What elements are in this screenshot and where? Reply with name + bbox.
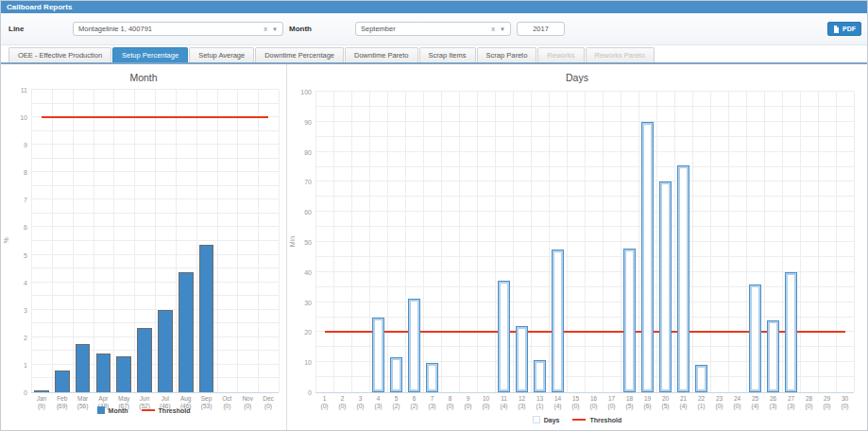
x-tick-count: (4) <box>495 403 513 410</box>
x-tick-label: 11(4) <box>495 395 513 410</box>
callboard-reports-window: Callboard Reports Line Montagelinie 1, 4… <box>0 0 868 431</box>
x-tick-count: (0) <box>728 403 746 410</box>
gridline-vertical <box>94 90 94 392</box>
window-title: Callboard Reports <box>1 1 867 13</box>
y-tick-label: 20 <box>304 329 312 336</box>
bar-4 <box>372 318 385 393</box>
gridline-vertical <box>237 90 238 392</box>
x-tick-label: 23(0) <box>710 395 728 410</box>
x-tick-category: 13 <box>531 395 549 403</box>
x-tick-count: (0) <box>567 403 585 410</box>
y-tick-label: 80 <box>304 148 312 155</box>
x-tick-category: Nov <box>237 395 258 403</box>
x-tick-label: 12(3) <box>513 395 531 410</box>
gridline-vertical <box>710 92 711 392</box>
x-tick-count: (0) <box>351 403 369 410</box>
gridline-vertical <box>746 92 747 392</box>
x-tick-category: 16 <box>585 395 603 403</box>
gridline-vertical <box>621 92 621 392</box>
x-tick-label: 19(6) <box>638 395 656 410</box>
x-tick-category: Jun <box>134 395 155 403</box>
y-tick-label: 5 <box>24 251 27 258</box>
gridline-vertical <box>351 92 352 392</box>
x-tick-label: 14(4) <box>549 395 567 410</box>
clear-icon[interactable]: x <box>264 25 267 33</box>
bar-18 <box>623 249 637 392</box>
chevron-down-icon[interactable]: ▼ <box>500 26 505 32</box>
bar-5 <box>390 357 403 392</box>
tab-downtime-pareto[interactable]: Downtime Pareto <box>345 47 418 62</box>
x-tick-count: (0) <box>710 403 728 410</box>
bar-12 <box>516 326 529 392</box>
tab-scrap-items[interactable]: Scrap Items <box>419 47 476 62</box>
x-tick-category: 19 <box>638 395 656 403</box>
x-tick-label: 3(0) <box>351 395 369 410</box>
gridline-vertical <box>31 90 32 392</box>
x-tick-category: Apr <box>93 395 113 403</box>
x-tick-category: May <box>113 395 134 403</box>
x-tick-count: (0) <box>315 403 333 410</box>
gridline-vertical <box>176 90 177 392</box>
gridline-vertical <box>217 90 218 392</box>
tab-setup-average[interactable]: Setup Average <box>189 47 254 62</box>
gridline-vertical <box>656 92 657 392</box>
x-tick-category: 3 <box>351 395 369 403</box>
y-tick-label: 40 <box>304 268 312 275</box>
pdf-button[interactable]: PDF <box>827 22 861 36</box>
gridline-vertical <box>423 92 424 392</box>
gridline-vertical <box>603 92 604 392</box>
x-tick-count: (3) <box>369 403 387 410</box>
line-select[interactable]: Montagelinie 1, 400791 x ▼ <box>73 22 283 36</box>
gridline-vertical <box>315 92 316 392</box>
gridline-vertical <box>369 92 370 392</box>
gridline-vertical <box>459 92 460 392</box>
y-tick-label: 6 <box>24 224 27 231</box>
year-input[interactable] <box>517 22 565 36</box>
month-select[interactable]: September x ▼ <box>355 22 511 36</box>
days-x-axis: 1(0)2(0)3(0)4(3)5(2)6(2)7(3)8(0)9(0)10(0… <box>315 395 854 410</box>
gridline-vertical <box>818 92 819 392</box>
x-tick-count: (0) <box>459 403 477 410</box>
gridline-vertical <box>531 92 532 392</box>
x-tick-count: (3) <box>764 403 782 410</box>
y-tick-label: 2 <box>24 334 27 340</box>
gridline-vertical <box>477 92 478 392</box>
x-tick-label: 4(3) <box>369 395 387 410</box>
gridline-vertical <box>836 92 837 392</box>
chevron-down-icon[interactable]: ▼ <box>272 26 278 32</box>
x-tick-category: Dec <box>258 395 279 403</box>
bar-19 <box>641 122 655 392</box>
threshold-legend-marker <box>572 419 586 421</box>
y-tick-label: 100 <box>300 89 312 95</box>
days-y-axis-label: Min <box>289 236 296 247</box>
x-tick-count: (4) <box>746 403 764 410</box>
bar-Feb <box>55 371 70 392</box>
tab-scrap-pareto[interactable]: Scrap Pareto <box>477 47 537 62</box>
x-tick-label: 5(2) <box>387 395 405 410</box>
gridline-vertical <box>567 92 568 392</box>
tab-downtime-percentage[interactable]: Downtime Percentage <box>255 47 344 62</box>
month-chart-panel: Month 01234567891011 % Jan(9)Feb(69)Mar(… <box>1 64 287 431</box>
y-tick-label: 7 <box>24 197 27 203</box>
gridline-vertical <box>134 90 135 392</box>
x-tick-label: 27(3) <box>782 395 800 410</box>
days-chart-title: Days <box>287 72 867 83</box>
clear-icon[interactable]: x <box>491 25 495 33</box>
x-tick-category: Sep <box>196 395 217 403</box>
tab-setup-percentage[interactable]: Setup Percentage <box>112 47 188 62</box>
y-tick-label: 8 <box>24 169 27 176</box>
gridline-vertical <box>113 90 114 392</box>
x-tick-count: (6) <box>638 403 656 410</box>
y-tick-label: 30 <box>304 299 312 305</box>
x-tick-label: 29(0) <box>818 395 836 410</box>
x-tick-category: 5 <box>387 395 405 403</box>
x-tick-label: 30(0) <box>836 395 854 410</box>
x-tick-count: (2) <box>405 403 423 410</box>
x-tick-count: (0) <box>836 403 854 410</box>
tab-oee-effective-production[interactable]: OEE - Effective Production <box>9 47 111 62</box>
x-tick-category: Feb <box>52 395 73 403</box>
y-tick-label: 4 <box>24 279 27 285</box>
x-tick-count: (5) <box>621 403 638 410</box>
gridline-vertical <box>258 90 259 392</box>
month-label: Month <box>283 25 355 33</box>
